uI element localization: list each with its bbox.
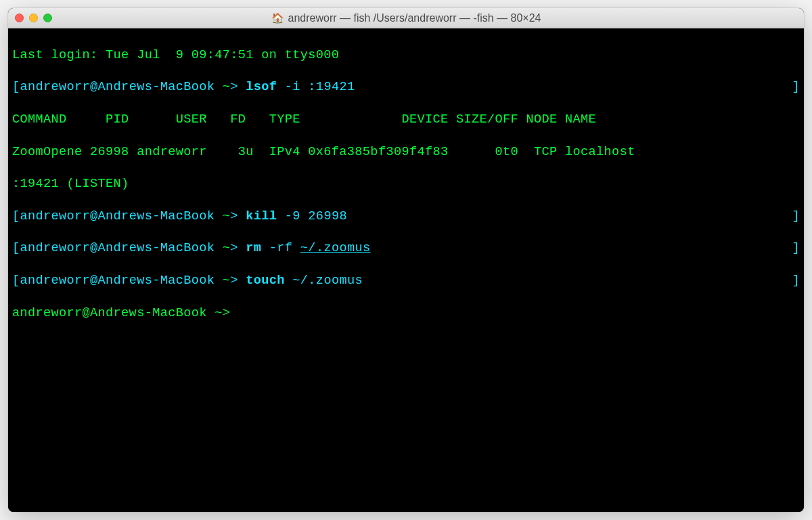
cmd-lsof: lsof (246, 80, 277, 94)
cmd-rm: rm (246, 241, 261, 255)
home-icon: 🏠 (271, 13, 284, 23)
prompt-host: andreworr@Andrews-MacBook (20, 80, 215, 94)
cmd-lsof-args: -i :19421 (277, 80, 355, 94)
prompt-close-bracket: ] (792, 79, 800, 95)
cmd-touch: touch (246, 274, 285, 288)
lsof-row2: :19421 (LISTEN) (12, 176, 800, 192)
prompt-sep: > (230, 80, 238, 94)
terminal-body[interactable]: Last login: Tue Jul 9 09:47:51 on ttys00… (8, 28, 804, 512)
lsof-row: ZoomOpene 26998 andreworr 3u IPv4 0x6fa3… (12, 144, 800, 160)
prompt-line-rm: [andreworr@Andrews-MacBook ~> rm -rf ~/.… (12, 240, 800, 257)
zoom-icon[interactable] (43, 14, 52, 22)
last-login-line: Last login: Tue Jul 9 09:47:51 on ttys00… (12, 47, 800, 64)
prompt-line-kill: [andreworr@Andrews-MacBook ~> kill -9 26… (12, 209, 800, 225)
lsof-header: COMMAND PID USER FD TYPE DEVICE SIZE/OFF… (12, 112, 800, 128)
cmd-kill-args: -9 26998 (277, 209, 347, 223)
window-controls (15, 14, 52, 22)
cmd-rm-arg-path: ~/.zoomus (300, 241, 371, 255)
cmd-touch-arg-path: ~/.zoomus (292, 274, 363, 288)
cmd-touch-args-pre (285, 274, 293, 288)
window-title-text: andreworr — fish /Users/andreworr — -fis… (288, 12, 541, 24)
prompt-line-lsof: [andreworr@Andrews-MacBook ~> lsof -i :1… (12, 79, 800, 95)
terminal-window: 🏠 andreworr — fish /Users/andreworr — -f… (8, 8, 804, 512)
window-title: 🏠 andreworr — fish /Users/andreworr — -f… (8, 12, 804, 24)
cmd-kill: kill (246, 209, 277, 223)
close-icon[interactable] (15, 14, 24, 22)
cmd-rm-args-pre: -rf (261, 241, 300, 255)
prompt-path: ~ (215, 80, 230, 94)
titlebar: 🏠 andreworr — fish /Users/andreworr — -f… (8, 8, 804, 28)
prompt-open-bracket: [ (12, 80, 20, 94)
prompt-line-empty: andreworr@Andrews-MacBook ~> (12, 305, 800, 322)
minimize-icon[interactable] (29, 14, 38, 22)
prompt-line-touch: [andreworr@Andrews-MacBook ~> touch ~/.z… (12, 273, 800, 289)
